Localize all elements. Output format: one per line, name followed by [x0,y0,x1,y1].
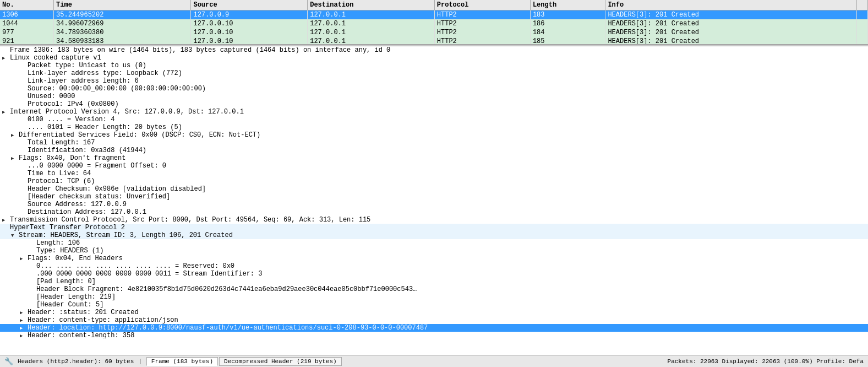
detail-line-dst-addr: Destination Address: 127.0.0.1 [0,208,868,216]
detail-line-frag-offset: ...0 0000 0000 = Fragment Offset: 0 [0,162,868,170]
detail-text-h-content-length: Header: content-length: 358 [28,332,134,338]
expand-arrow-h-location[interactable]: ▶ [20,325,28,331]
status-tab[interactable]: Decompressed Header (219 bytes) [219,357,342,366]
detail-text-dscp: Differentiated Services Field: 0x00 (DSC… [19,131,260,139]
detail-line-header-block: Header Block Fragment: 4e8210035f8b1d75d… [0,285,868,293]
col-protocol[interactable]: Protocol [434,0,530,10]
expand-arrow-h-content-length[interactable]: ▶ [20,333,28,338]
detail-text-h-location: Header: location: http://127.0.0.9:8000/… [28,324,428,332]
status-tabs: Frame (183 bytes)Decompressed Header (21… [146,357,342,366]
detail-text-reserved: 0... .... .... .... .... .... .... = Res… [36,262,234,270]
detail-text-src-addr: Source Address: 127.0.0.9 [28,201,127,208]
status-left: 🔧 Headers (http2.header): 60 bytes | Fra… [4,357,342,366]
detail-text-ttl: Time to Live: 64 [28,170,91,177]
detail-text-http2: HyperText Transfer Protocol 2 [10,224,125,231]
detail-text-identification: Identification: 0xa3d8 (41944) [28,147,146,154]
status-bar: 🔧 Headers (http2.header): 60 bytes | Fra… [0,355,868,367]
detail-line-stream[interactable]: ▼ Stream: HEADERS, Stream ID: 3, Length … [0,231,868,239]
detail-line-flags2[interactable]: ▶ Flags: 0x04, End Headers [0,255,868,262]
detail-text-ip-version: 0100 .... = Version: 4 [28,116,114,123]
detail-text-total-len: Total Length: 167 [28,139,95,147]
col-destination[interactable]: Destination [308,0,435,10]
detail-line-h-status[interactable]: ▶ Header: :status: 201 Created [0,309,868,316]
detail-line-http2: HyperText Transfer Protocol 2 [0,224,868,231]
detail-line-stream-id: .000 0000 0000 0000 0000 0000 0011 = Str… [0,270,868,278]
status-label: Headers (http2.header): 60 bytes [18,358,134,365]
packet-table: No. Time Source Destination Protocol Len… [0,0,868,44]
table-row[interactable]: 104434.996072969127.0.0.10127.0.0.1HTTP2… [0,19,868,28]
detail-text-ip-header-len: .... 0101 = Header Length: 20 bytes (5) [28,123,182,131]
detail-line-ip-version: 0100 .... = Version: 4 [0,116,868,123]
detail-text-protocol-eth: Protocol: IPv4 (0x0800) [28,100,119,108]
table-header-row: No. Time Source Destination Protocol Len… [0,0,868,10]
detail-line-linux-cooked[interactable]: ▶ Linux cooked capture v1 [0,54,868,62]
table-row[interactable]: 92134.580933183127.0.0.10127.0.0.1HTTP21… [0,37,868,44]
col-length[interactable]: Length [530,0,605,10]
detail-line-frame: Frame 1306: 183 bytes on wire (1464 bits… [0,46,868,54]
expand-arrow-tcp[interactable]: ▶ [2,217,10,223]
detail-line-src-addr: Source Address: 127.0.0.9 [0,201,868,208]
detail-line-dscp[interactable]: ▶ Differentiated Services Field: 0x00 (D… [0,131,868,139]
detail-text-frag-offset: ...0 0000 0000 = Fragment Offset: 0 [28,162,166,170]
detail-line-type: Type: HEADERS (1) [0,247,868,255]
detail-text-pad-length: [Pad Length: 0] [36,278,96,285]
detail-line-h-content-length[interactable]: ▶ Header: content-length: 358 [0,332,868,338]
detail-line-link-layer-type: Link-layer address type: Loopback (772) [0,69,868,77]
detail-text-flags: Flags: 0x40, Don't fragment [19,154,125,162]
col-expand [857,0,868,10]
status-separator: | [138,358,142,365]
detail-text-header-length: [Header Length: 219] [36,293,116,301]
col-info[interactable]: Info [605,0,857,10]
packets-display-count: Packets: 22063 Displayed: 22063 (100.0%)… [668,358,864,365]
expand-arrow-linux-cooked[interactable]: ▶ [2,55,10,61]
packet-list[interactable]: No. Time Source Destination Protocol Len… [0,0,868,44]
expand-arrow-dscp[interactable]: ▶ [11,132,19,138]
detail-text-h-status: Header: :status: 201 Created [28,309,139,316]
detail-text-tcp: Transmission Control Protocol, Src Port:… [10,216,370,224]
detail-line-header-length: [Header Length: 219] [0,293,868,301]
expand-arrow-flags[interactable]: ▶ [11,155,19,161]
col-source[interactable]: Source [191,0,308,10]
expand-arrow-h-status[interactable]: ▶ [20,310,28,316]
detail-line-unused: Unused: 0000 [0,93,868,100]
detail-text-link-layer-type: Link-layer address type: Loopback (772) [28,69,182,77]
detail-text-linux-cooked: Linux cooked capture v1 [10,54,101,62]
detail-line-header-count: [Header Count: 5] [0,301,868,309]
expand-arrow-ipv4[interactable]: ▶ [2,109,10,115]
expand-arrow-h-content-type[interactable]: ▶ [20,317,28,323]
expand-arrow-stream[interactable]: ▼ [11,233,19,239]
detail-line-h-content-type[interactable]: ▶ Header: content-type: application/json [0,316,868,324]
detail-line-reserved: 0... .... .... .... .... .... .... = Res… [0,262,868,270]
detail-text-packet-type: Packet type: Unicast to us (0) [28,62,146,69]
detail-line-length: Length: 106 [0,239,868,247]
status-icon: 🔧 [4,357,13,366]
detail-text-header-checksum: Header Checksum: 0x986e [validation disa… [28,185,206,193]
detail-line-tcp[interactable]: ▶ Transmission Control Protocol, Src Por… [0,216,868,224]
detail-line-identification: Identification: 0xa3d8 (41944) [0,147,868,154]
expand-arrow-flags2[interactable]: ▶ [20,256,28,262]
packet-detail-pane[interactable]: Frame 1306: 183 bytes on wire (1464 bits… [0,46,868,338]
detail-text-stream-id: .000 0000 0000 0000 0000 0000 0011 = Str… [36,270,262,278]
status-tab[interactable]: Frame (183 bytes) [146,357,218,366]
col-no[interactable]: No. [0,0,54,10]
col-time[interactable]: Time [54,0,191,10]
detail-text-protocol-tcp: Protocol: TCP (6) [28,177,95,185]
detail-line-packet-type: Packet type: Unicast to us (0) [0,62,868,69]
detail-text-flags2: Flags: 0x04, End Headers [28,255,123,262]
detail-line-source: Source: 00:00:00_00:00:00 (00:00:00:00:0… [0,85,868,93]
detail-text-unused: Unused: 0000 [28,93,75,100]
status-right: Packets: 22063 Displayed: 22063 (100.0%)… [668,358,864,365]
detail-line-h-location[interactable]: ▶ Header: location: http://127.0.0.9:800… [0,324,868,332]
detail-line-ipv4[interactable]: ▶ Internet Protocol Version 4, Src: 127.… [0,108,868,116]
detail-text-header-count: [Header Count: 5] [36,301,103,309]
detail-text-dst-addr: Destination Address: 127.0.0.1 [28,208,146,216]
table-row[interactable]: 97734.789360380127.0.0.10127.0.0.1HTTP21… [0,28,868,37]
detail-text-h-content-type: Header: content-type: application/json [28,316,178,324]
detail-line-flags[interactable]: ▶ Flags: 0x40, Don't fragment [0,154,868,162]
detail-line-pad-length: [Pad Length: 0] [0,278,868,285]
detail-line-ip-header-len: .... 0101 = Header Length: 20 bytes (5) [0,123,868,131]
detail-text-stream: Stream: HEADERS, Stream ID: 3, Length 10… [19,231,233,239]
detail-text-link-layer-len: Link-layer address length: 6 [28,77,139,85]
table-row[interactable]: 130635.244965202127.0.0.9127.0.0.1HTTP21… [0,10,868,20]
detail-text-source: Source: 00:00:00_00:00:00 (00:00:00:00:0… [28,85,206,93]
